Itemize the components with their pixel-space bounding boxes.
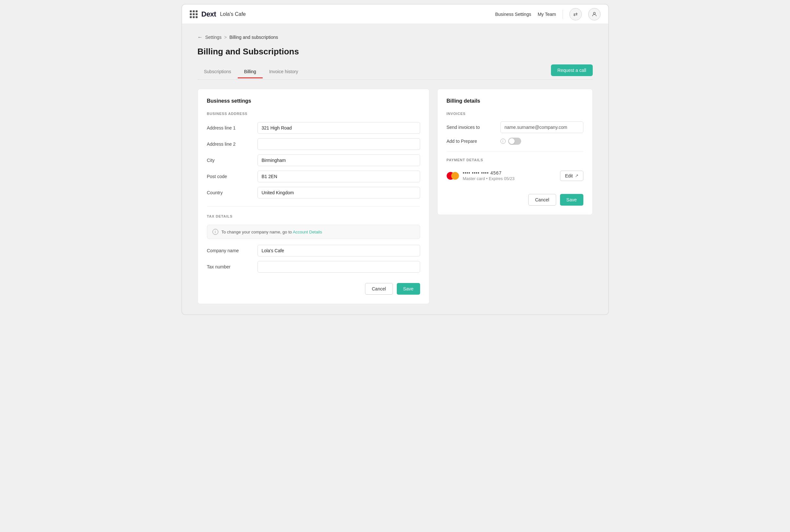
header-left: Dext Lola's Cafe (190, 10, 490, 18)
svg-point-0 (594, 12, 595, 14)
business-settings-title: Business settings (207, 98, 420, 104)
external-link-icon: ↗ (575, 173, 579, 178)
breadcrumb-settings[interactable]: Settings (205, 35, 222, 40)
header-right: Business Settings My Team ⇄ (495, 8, 601, 20)
card-dots: •••• •••• •••• 4567 (463, 170, 515, 175)
country-row: Country (207, 187, 420, 198)
cards-row: Business settings BUSINESS ADDRESS Addre… (198, 89, 593, 304)
postcode-input[interactable] (258, 171, 420, 182)
tabs-row: Subscriptions Billing Invoice history Re… (198, 64, 593, 80)
city-input[interactable] (258, 154, 420, 166)
billing-cancel-button[interactable]: Cancel (528, 194, 556, 206)
card-masked: •••• •••• •••• (463, 170, 491, 175)
user-avatar-button[interactable] (588, 8, 601, 20)
send-invoices-label: Send invoices to (447, 125, 495, 130)
mastercard-icon (447, 172, 459, 180)
postcode-label: Post code (207, 174, 252, 179)
header-divider (563, 10, 563, 19)
billing-details-actions: Cancel Save (447, 194, 583, 206)
tab-subscriptions[interactable]: Subscriptions (198, 66, 238, 78)
user-icon (591, 11, 597, 17)
section-divider (207, 206, 420, 207)
add-to-prepare-info-icon[interactable]: i (501, 138, 506, 144)
card-dot-sep: • (486, 176, 489, 181)
tabs: Subscriptions Billing Invoice history (198, 66, 305, 78)
company-name: Lola's Cafe (220, 11, 246, 17)
logo: Dext (202, 10, 217, 18)
card-last4: 4567 (490, 170, 502, 175)
country-label: Country (207, 190, 252, 195)
breadcrumb-current: Billing and subscriptions (229, 35, 278, 40)
add-to-prepare-row: Add to Prepare i (447, 138, 583, 145)
card-expires: Expires 05/23 (489, 176, 515, 181)
business-settings-cancel-button[interactable]: Cancel (365, 283, 393, 294)
address-line-2-input[interactable] (258, 138, 420, 150)
company-name-row: Company name (207, 245, 420, 256)
tab-invoice-history[interactable]: Invoice history (263, 66, 304, 78)
mastercard-orange-circle (451, 172, 459, 180)
tax-info-box: i To change your company name, go to Acc… (207, 225, 420, 239)
billing-details-card: Billing details INVOICES Send invoices t… (437, 89, 593, 215)
payment-card-info: •••• •••• •••• 4567 Master card • Expire… (447, 170, 515, 181)
send-invoices-row: Send invoices to (447, 121, 583, 133)
tax-number-row: Tax number (207, 261, 420, 273)
payment-card-row: •••• •••• •••• 4567 Master card • Expire… (447, 168, 583, 184)
city-row: City (207, 154, 420, 166)
toggle-info: i (501, 138, 521, 145)
country-input[interactable] (258, 187, 420, 198)
address-line-1-input[interactable] (258, 122, 420, 134)
city-label: City (207, 158, 252, 163)
business-settings-save-button[interactable]: Save (397, 283, 420, 294)
tab-billing[interactable]: Billing (238, 66, 263, 78)
sync-button[interactable]: ⇄ (569, 8, 582, 20)
sync-icon: ⇄ (573, 11, 578, 17)
address-line-1-row: Address line 1 (207, 122, 420, 134)
breadcrumb-separator: > (224, 35, 227, 40)
send-invoices-input[interactable] (501, 121, 583, 133)
company-name-label: Company name (207, 248, 252, 253)
card-number-info: •••• •••• •••• 4567 Master card • Expire… (463, 170, 515, 181)
address-line-2-label: Address line 2 (207, 141, 252, 147)
postcode-row: Post code (207, 171, 420, 182)
add-to-prepare-label: Add to Prepare (447, 138, 495, 144)
payment-details-section-label: PAYMENT DETAILS (447, 158, 583, 162)
my-team-link[interactable]: My Team (538, 12, 556, 17)
business-settings-link[interactable]: Business Settings (495, 12, 531, 17)
business-settings-card: Business settings BUSINESS ADDRESS Addre… (198, 89, 430, 304)
billing-save-button[interactable]: Save (560, 194, 583, 206)
card-sub-info: Master card • Expires 05/23 (463, 176, 515, 181)
info-icon: i (212, 229, 218, 235)
tax-number-label: Tax number (207, 264, 252, 269)
main-content: ← Settings > Billing and subscriptions B… (182, 24, 608, 315)
tax-details-section-label: TAX DETAILS (207, 214, 420, 218)
company-name-input[interactable] (258, 245, 420, 256)
card-type: Master card (463, 176, 485, 181)
business-address-section-label: BUSINESS ADDRESS (207, 112, 420, 116)
grid-menu-icon[interactable] (190, 11, 198, 18)
breadcrumb: ← Settings > Billing and subscriptions (198, 34, 593, 40)
address-line-1-label: Address line 1 (207, 125, 252, 131)
invoices-section-label: INVOICES (447, 112, 583, 116)
edit-payment-button[interactable]: Edit ↗ (560, 171, 583, 181)
business-settings-actions: Cancel Save (207, 283, 420, 294)
account-details-link[interactable]: Account Details (293, 230, 322, 234)
add-to-prepare-toggle[interactable] (508, 138, 521, 145)
app-frame: Dext Lola's Cafe Business Settings My Te… (182, 4, 609, 315)
tax-number-input[interactable] (258, 261, 420, 273)
edit-label: Edit (565, 173, 573, 178)
billing-divider (447, 151, 583, 152)
request-call-button[interactable]: Request a call (551, 64, 593, 76)
page-title: Billing and Subscriptions (198, 46, 593, 57)
back-arrow[interactable]: ← (198, 34, 203, 40)
billing-details-title: Billing details (447, 98, 583, 104)
header: Dext Lola's Cafe Business Settings My Te… (182, 4, 608, 24)
tax-info-text: To change your company name, go to Accou… (222, 230, 322, 234)
address-line-2-row: Address line 2 (207, 138, 420, 150)
